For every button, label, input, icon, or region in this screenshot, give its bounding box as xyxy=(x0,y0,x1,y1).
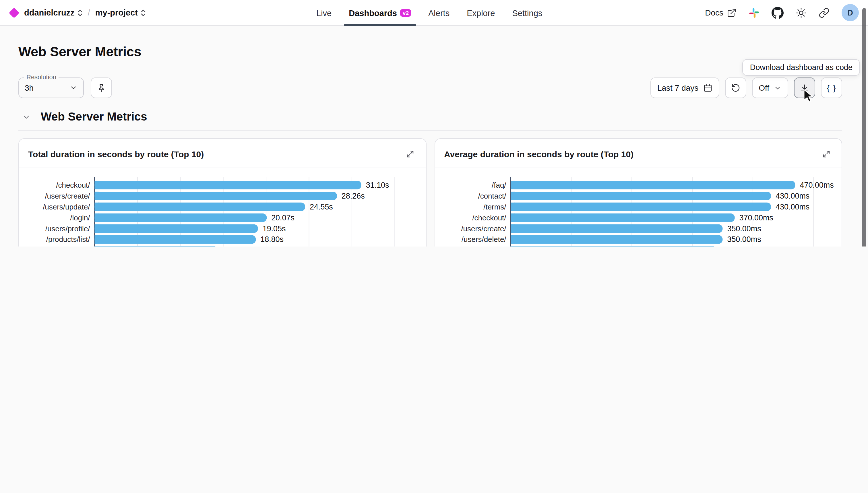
pin-icon xyxy=(97,83,106,93)
download-dashboard-button[interactable] xyxy=(794,78,815,98)
refresh-icon xyxy=(731,83,740,93)
project-switcher[interactable]: my-project xyxy=(95,8,146,17)
svg-text:/checkout/: /checkout/ xyxy=(56,181,90,189)
resolution-value: 3h xyxy=(25,83,34,92)
chevron-down-icon xyxy=(774,84,781,91)
tab-live[interactable]: Live xyxy=(310,0,338,26)
svg-text:19.05s: 19.05s xyxy=(263,224,286,233)
section-header[interactable]: Web Server Metrics xyxy=(18,110,842,131)
svg-text:20.07s: 20.07s xyxy=(271,214,295,222)
expand-panel-button[interactable] xyxy=(403,146,418,161)
vertical-scrollbar[interactable] xyxy=(862,8,866,246)
tab-label: Live xyxy=(316,8,332,18)
tab-label: Explore xyxy=(467,8,495,18)
main-nav: LiveDashboardsv2AlertsExploreSettings xyxy=(310,0,549,26)
selector-caret-icon xyxy=(141,9,146,16)
org-switcher[interactable]: ddanielcruzz xyxy=(24,8,83,17)
svg-text:/users/delete/: /users/delete/ xyxy=(461,235,506,243)
svg-text:/contact/: /contact/ xyxy=(478,192,506,200)
expand-icon xyxy=(822,150,830,158)
svg-text:24.55s: 24.55s xyxy=(310,202,333,211)
section-collapse-chevron-icon xyxy=(22,112,31,121)
resolution-select[interactable]: Resolution 3h xyxy=(18,78,84,98)
svg-text:14.35s: 14.35s xyxy=(222,246,246,246)
view-code-button[interactable]: { } xyxy=(821,78,842,98)
svg-text:470.00ms: 470.00ms xyxy=(799,181,833,189)
refresh-button[interactable] xyxy=(725,78,746,98)
svg-text:430.00ms: 430.00ms xyxy=(775,192,809,200)
bar-chart-average-duration[interactable]: 0s100.00ms200.00ms300.00ms400.00ms500.00… xyxy=(435,168,842,246)
panel-title: Total duration in seconds by route (Top … xyxy=(28,149,204,159)
pin-dashboard-button[interactable] xyxy=(91,78,112,98)
time-range-button[interactable]: Last 7 days xyxy=(651,78,719,98)
svg-text:/users/profile/: /users/profile/ xyxy=(45,225,90,233)
brand-logo-icon xyxy=(9,7,20,18)
svg-text:/login/: /login/ xyxy=(70,214,90,222)
section-title: Web Server Metrics xyxy=(41,110,147,123)
svg-text:350.00ms: 350.00ms xyxy=(727,235,761,244)
panel-total-duration-by-route: Total duration in seconds by route (Top … xyxy=(18,138,426,246)
svg-text:370.00ms: 370.00ms xyxy=(739,214,773,222)
panel-row: Total duration in seconds by route (Top … xyxy=(18,138,842,246)
svg-text:/checkout/: /checkout/ xyxy=(472,214,506,222)
panel-title: Average duration in seconds by route (To… xyxy=(444,149,634,159)
project-name: my-project xyxy=(95,8,138,17)
org-name: ddanielcruzz xyxy=(24,8,75,17)
share-link-icon[interactable] xyxy=(819,7,829,18)
svg-text:18.80s: 18.80s xyxy=(260,235,283,244)
refresh-interval-select[interactable]: Off xyxy=(752,78,788,98)
docs-link[interactable]: Docs xyxy=(705,8,737,18)
topbar: ddanielcruzz / my-project LiveDashboards… xyxy=(0,0,868,26)
svg-text:350.00ms: 350.00ms xyxy=(727,224,761,233)
tab-alerts[interactable]: Alerts xyxy=(422,0,456,26)
svg-text:/users/update/: /users/update/ xyxy=(43,203,90,211)
chevron-down-icon xyxy=(69,84,78,92)
page-title: Web Server Metrics xyxy=(18,44,842,60)
docs-label: Docs xyxy=(705,8,723,17)
bar-chart-total-duration[interactable]: 0s5.00s10.00s15.00s20.00s25.00s30.00s35.… xyxy=(19,168,426,246)
panel-average-duration-by-route: Average duration in seconds by route (To… xyxy=(434,138,842,246)
github-icon[interactable] xyxy=(771,6,784,19)
braces-label: { } xyxy=(827,83,837,92)
external-link-icon xyxy=(727,8,737,18)
time-range-value: Last 7 days xyxy=(657,83,698,92)
expand-panel-button[interactable] xyxy=(819,146,833,161)
svg-text:28.26s: 28.26s xyxy=(342,192,365,200)
tab-settings[interactable]: Settings xyxy=(506,0,549,26)
app-window: ddanielcruzz / my-project LiveDashboards… xyxy=(0,0,868,246)
tab-label: Alerts xyxy=(428,8,449,18)
avatar-initial: D xyxy=(847,8,853,17)
theme-sun-icon[interactable] xyxy=(796,7,807,18)
calendar-icon xyxy=(703,83,712,92)
user-avatar[interactable]: D xyxy=(842,4,859,21)
tab-label: Dashboards xyxy=(349,8,397,18)
svg-text:/products/list/: /products/list/ xyxy=(46,235,90,243)
tab-label: Settings xyxy=(512,8,543,18)
svg-text:/terms/: /terms/ xyxy=(483,203,506,211)
download-icon xyxy=(800,83,809,93)
tab-dashboards[interactable]: Dashboardsv2 xyxy=(342,0,417,26)
breadcrumb: ddanielcruzz / my-project xyxy=(8,8,146,17)
svg-text:430.00ms: 430.00ms xyxy=(775,202,809,211)
svg-text:/users/create/: /users/create/ xyxy=(45,192,90,200)
controls-row: Resolution 3h Last 7 days Off xyxy=(18,78,842,98)
topbar-actions: Docs D xyxy=(705,4,859,21)
dashboard-page: Web Server Metrics Resolution 3h Last 7 … xyxy=(0,44,868,246)
svg-text:340.00ms: 340.00ms xyxy=(721,246,755,246)
download-tooltip: Download dashboard as code xyxy=(743,59,860,76)
tab-explore[interactable]: Explore xyxy=(460,0,501,26)
expand-icon xyxy=(406,150,415,158)
svg-text:/users/create/: /users/create/ xyxy=(461,225,506,233)
selector-caret-icon xyxy=(78,9,83,16)
svg-text:/faq/: /faq/ xyxy=(491,181,506,189)
breadcrumb-separator: / xyxy=(88,8,90,17)
refresh-interval-value: Off xyxy=(759,83,769,92)
version-badge: v2 xyxy=(400,9,411,17)
svg-text:/cart/add/: /cart/add/ xyxy=(59,246,90,246)
svg-text:31.10s: 31.10s xyxy=(366,181,389,189)
slack-icon[interactable] xyxy=(748,7,760,18)
svg-text:/search/: /search/ xyxy=(479,246,506,246)
resolution-label: Resolution xyxy=(24,73,59,80)
